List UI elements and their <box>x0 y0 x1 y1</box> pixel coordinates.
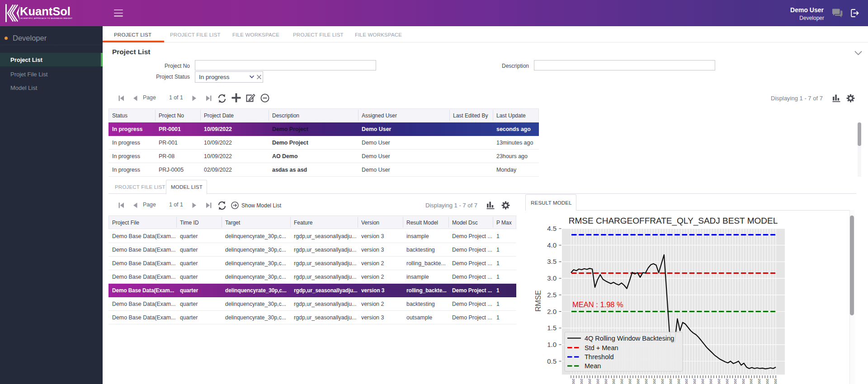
svg-text:2003-Q3: 2003-Q3 <box>588 379 592 384</box>
svg-text:2007-Q3: 2007-Q3 <box>717 379 721 384</box>
svg-text:2006-Q2: 2006-Q2 <box>677 379 681 384</box>
svg-text:3.0: 3.0 <box>547 274 557 282</box>
svg-text:1.0: 1.0 <box>547 341 557 348</box>
svg-text:2004-Q1: 2004-Q1 <box>604 379 608 384</box>
svg-text:2004-Q3: 2004-Q3 <box>620 379 624 384</box>
svg-text:2003-Q1: 2003-Q1 <box>571 379 576 384</box>
svg-text:2.5: 2.5 <box>547 291 557 299</box>
svg-text:2006-Q4: 2006-Q4 <box>693 379 697 384</box>
svg-text:2.0: 2.0 <box>547 308 557 315</box>
svg-text:4Q Rolling Window Backtesing: 4Q Rolling Window Backtesing <box>585 335 674 342</box>
svg-text:2009-Q1: 2009-Q1 <box>765 379 769 384</box>
svg-text:Std + Mean: Std + Mean <box>585 344 618 351</box>
svg-text:1.5: 1.5 <box>547 324 557 332</box>
svg-text:2007-Q2: 2007-Q2 <box>709 379 713 384</box>
svg-text:2008-Q2: 2008-Q2 <box>741 379 745 384</box>
svg-text:2004-Q4: 2004-Q4 <box>628 379 632 384</box>
svg-text:RMSE: RMSE <box>534 290 542 312</box>
svg-text:2008-Q3: 2008-Q3 <box>749 379 753 384</box>
svg-text:RMSE CHARGEOFFRATE_QLY_SADJ BE: RMSE CHARGEOFFRATE_QLY_SADJ BEST MODEL <box>569 216 778 226</box>
svg-text:Mean: Mean <box>585 362 601 370</box>
svg-text:2003-Q4: 2003-Q4 <box>596 379 600 384</box>
svg-text:2008-Q1: 2008-Q1 <box>733 379 737 384</box>
svg-text:MEAN : 1.98 %: MEAN : 1.98 % <box>572 300 623 309</box>
svg-text:2005-Q2: 2005-Q2 <box>644 379 648 384</box>
svg-text:3.5: 3.5 <box>547 258 557 265</box>
svg-text:2007-Q1: 2007-Q1 <box>701 379 705 384</box>
svg-text:2006-Q3: 2006-Q3 <box>684 379 689 384</box>
svg-text:4.0: 4.0 <box>547 241 557 249</box>
svg-text:2005-Q1: 2005-Q1 <box>636 379 640 384</box>
svg-text:0.5: 0.5 <box>547 357 557 365</box>
svg-text:2003-Q2: 2003-Q2 <box>580 379 584 384</box>
svg-text:2008-Q4: 2008-Q4 <box>757 379 761 384</box>
svg-text:2007-Q4: 2007-Q4 <box>725 379 729 384</box>
svg-text:4.5: 4.5 <box>547 225 557 232</box>
svg-text:Threshold: Threshold <box>585 353 613 361</box>
svg-text:2004-Q2: 2004-Q2 <box>612 379 616 384</box>
svg-text:2005-Q3: 2005-Q3 <box>652 379 656 384</box>
svg-text:2006-Q1: 2006-Q1 <box>669 379 673 384</box>
svg-text:2005-Q4: 2005-Q4 <box>660 379 665 384</box>
svg-text:2009-Q2: 2009-Q2 <box>774 379 778 384</box>
